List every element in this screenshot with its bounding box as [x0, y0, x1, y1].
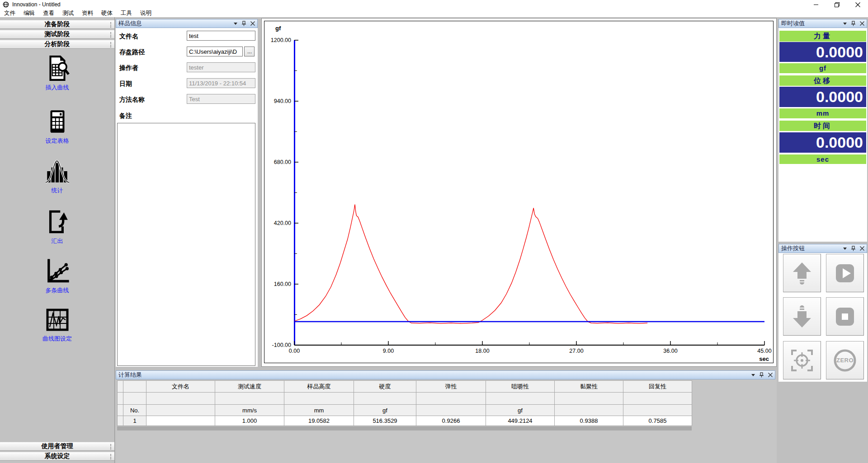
menu-help[interactable]: 说明 [136, 9, 156, 17]
memo-textarea[interactable] [117, 123, 255, 366]
menu-tools[interactable]: 工具 [117, 9, 136, 17]
panel-menu-icon[interactable] [234, 23, 237, 25]
tool-export[interactable]: 汇出 [0, 208, 114, 245]
zero-button-label: ZERO [836, 357, 854, 364]
close-icon[interactable] [768, 373, 773, 377]
close-icon[interactable] [860, 21, 864, 26]
tool-label: 汇出 [0, 237, 114, 245]
play-icon [832, 261, 858, 286]
panel-menu-icon[interactable] [751, 374, 755, 376]
operator-input [187, 62, 255, 72]
zero-button[interactable]: ZERO [826, 341, 864, 379]
filename-input[interactable] [187, 31, 255, 41]
move-down-button[interactable] [783, 297, 821, 336]
col-header-hardness[interactable]: 硬度 [354, 381, 416, 393]
sidebar-section-prepare[interactable]: 准备阶段 [0, 20, 114, 29]
col-header-springiness[interactable]: 弹性 [416, 381, 486, 393]
browse-button[interactable]: ... [244, 47, 255, 56]
cell-hardness[interactable]: 516.3529 [354, 416, 416, 426]
col-header-filename[interactable]: 文件名 [146, 381, 215, 393]
cell-springiness[interactable]: 0.9266 [416, 416, 486, 426]
field-label-filename: 文件名 [119, 33, 138, 41]
grip-icon [110, 444, 112, 449]
cell-resilience[interactable]: 0.7585 [623, 416, 692, 426]
panel-title: 即时读值 [781, 19, 843, 28]
force-time-chart: 1200.00940.00680.00420.00160.00-100.000.… [262, 19, 776, 366]
field-label-save-path: 存盘路径 [119, 48, 145, 56]
set-table-icon [43, 108, 71, 136]
sidebar-section-user-management[interactable]: 使用者管理 [0, 442, 114, 451]
row-number[interactable]: 1 [123, 416, 146, 426]
grip-icon [110, 22, 112, 28]
multi-curve-icon [43, 256, 72, 285]
close-icon[interactable] [860, 246, 864, 251]
tool-multi-curve[interactable]: 多条曲线 [0, 256, 114, 295]
table-scroll-strip[interactable] [117, 426, 692, 430]
minimize-button[interactable] [806, 0, 826, 9]
stop-icon [832, 304, 858, 329]
unit-hardness: gf [354, 405, 416, 416]
svg-text:0.00: 0.00 [289, 348, 300, 354]
pin-icon[interactable] [851, 21, 856, 26]
cell-filename-selected[interactable]: 软糖_2 [146, 416, 215, 426]
pin-icon[interactable] [851, 246, 856, 251]
field-label-operator: 操作者 [119, 64, 138, 72]
pin-icon[interactable] [241, 21, 246, 26]
target-button[interactable] [783, 341, 821, 379]
svg-text:1200.00: 1200.00 [271, 37, 291, 43]
menu-view[interactable]: 查看 [39, 9, 58, 17]
table-units-row: No. mm/s mm gf gf [118, 405, 692, 416]
field-label-date: 日期 [119, 80, 132, 88]
move-up-button[interactable] [783, 254, 821, 292]
force-value: 0.0000 [779, 42, 866, 62]
sample-info-header: 样品信息 [116, 19, 258, 28]
tool-label: 设定表格 [0, 137, 114, 145]
stop-button[interactable] [826, 297, 864, 336]
tool-label: 曲线图设定 [0, 335, 114, 343]
start-button[interactable] [826, 254, 864, 292]
pin-icon[interactable] [759, 372, 764, 378]
close-button[interactable] [847, 0, 868, 9]
sidebar-section-test[interactable]: 测试阶段 [0, 30, 114, 39]
menu-data[interactable]: 资料 [78, 9, 97, 17]
cell-cohesiveness[interactable]: 0.9388 [555, 416, 623, 426]
cell-test-speed[interactable]: 1.000 [215, 416, 284, 426]
operation-buttons-header: 操作按钮 [778, 244, 867, 253]
col-header-chewiness[interactable]: 咀嚼性 [486, 381, 555, 393]
restore-button[interactable] [826, 0, 847, 9]
table-empty-row [118, 393, 692, 405]
col-header-test-speed[interactable]: 测试速度 [215, 381, 284, 393]
sidebar-section-analysis[interactable]: 分析阶段 [0, 40, 114, 49]
sidebar: 准备阶段 测试阶段 分析阶段 插入曲线 设定表格 [0, 17, 115, 463]
tool-chart-settings[interactable]: 曲线图设定 [0, 306, 114, 343]
cell-sample-height[interactable]: 19.0582 [284, 416, 354, 426]
tool-label: 多条曲线 [0, 286, 114, 295]
panel-menu-icon[interactable] [843, 23, 847, 25]
tool-set-table[interactable]: 设定表格 [0, 108, 114, 145]
col-header-resilience[interactable]: 回复性 [623, 381, 692, 393]
svg-text:18.00: 18.00 [475, 348, 489, 354]
sidebar-section-system-settings[interactable]: 系统设定 [0, 452, 114, 461]
menu-file[interactable]: 文件 [0, 9, 19, 17]
displacement-label: 位移 [779, 75, 866, 86]
save-path-input[interactable] [187, 47, 243, 56]
close-icon[interactable] [250, 21, 255, 26]
readout-header: 即时读值 [778, 19, 867, 28]
grip-icon [110, 454, 112, 459]
col-header-cohesiveness[interactable]: 黏聚性 [555, 381, 623, 393]
col-header-sample-height[interactable]: 样品高度 [284, 381, 354, 393]
menu-test[interactable]: 测试 [58, 9, 78, 17]
results-table: 文件名 测试速度 样品高度 硬度 弹性 咀嚼性 黏聚性 回复性 No. mm/s… [117, 380, 692, 426]
no-column-label: No. [123, 405, 146, 416]
force-unit: gf [779, 63, 866, 73]
tool-label: 统计 [0, 187, 114, 195]
tool-insert-curve[interactable]: 插入曲线 [0, 54, 114, 92]
panel-menu-icon[interactable] [843, 248, 847, 250]
menu-hardware[interactable]: 硬体 [97, 9, 117, 17]
menu-edit[interactable]: 编辑 [19, 9, 39, 17]
svg-text:420.00: 420.00 [274, 220, 291, 226]
svg-text:gf: gf [275, 25, 281, 32]
cell-chewiness[interactable]: 449.2124 [486, 416, 555, 426]
target-icon [789, 348, 815, 373]
tool-statistics[interactable]: 统计 [0, 157, 114, 195]
